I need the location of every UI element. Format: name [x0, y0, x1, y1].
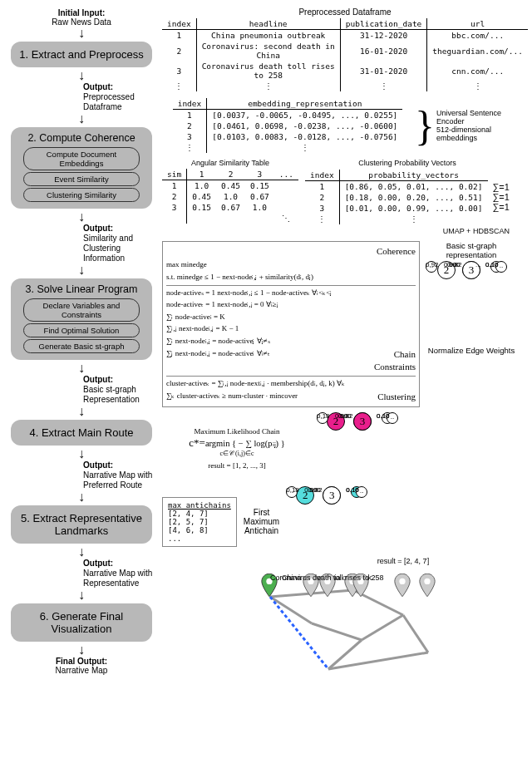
- final-visualization: China pneumonia outbreak Coronavirus dea…: [162, 574, 528, 682]
- substep: Find Optimal Solution: [23, 323, 140, 337]
- sum-label: ∑=1: [493, 192, 510, 202]
- antichain-list: max_antichains [2, 4, 7] [2, 5, 7] [4, 6…: [162, 497, 237, 547]
- antichain-graph-diagram: 1 2 ... ... 3 ... 0.90 0.10 0.18 0.82 0.…: [286, 486, 382, 557]
- svg-line-1: [270, 597, 312, 623]
- svg-point-14: [424, 579, 430, 584]
- arrow-down-icon: ↓: [7, 590, 156, 600]
- st-graph-diagram: 1 2 ... ... 3 ... 0.90 0.10 0.92 ... 0.8…: [426, 261, 517, 344]
- end-node-label: Coronavirus death toll rises to 258: [270, 574, 384, 582]
- svg-line-5: [403, 615, 428, 652]
- svg-line-4: [362, 615, 403, 640]
- initial-input-label: Initial Input:Raw News Data: [7, 8, 156, 27]
- substep: Generate Basic st-graph: [23, 339, 140, 353]
- max-likelihood-formula: Maximum Likelihood Chain c*=argmin { − ∑…: [162, 426, 312, 470]
- substep: Compute Document Embeddings: [23, 147, 140, 170]
- arrow-down-icon: ↓: [7, 28, 156, 38]
- embedding-note: Universal Sentence Encoder512-dimensiona…: [436, 109, 528, 142]
- arrow-down-icon: ↓: [7, 449, 156, 459]
- embeddings-table: indexembedding_representation 1[0.0037, …: [173, 98, 403, 153]
- arrow-down-icon: ↓: [7, 492, 156, 502]
- df-caption: Preprocessed Dataframe: [162, 7, 528, 17]
- svg-line-3: [312, 623, 362, 640]
- arrow-down-icon: ↓: [7, 71, 156, 81]
- step-1-output: Output:PreprocessedDataframe: [83, 82, 156, 112]
- sum-label: ∑=1: [493, 202, 510, 212]
- svg-point-12: [399, 579, 405, 584]
- sim-caption: Angular Similarity Table: [162, 159, 298, 167]
- arrow-down-icon: ↓: [7, 212, 156, 222]
- step-4-output: Output:Narrative Map withPreferred Route: [83, 460, 156, 490]
- step-2-output: Output:Similarity andClusteringInformati…: [83, 224, 156, 263]
- antichain-label: First Maximum Antichain: [244, 508, 279, 535]
- arrow-down-icon: ↓: [7, 265, 156, 275]
- arrow-down-icon: ↓: [7, 114, 156, 124]
- arrow-down-icon: ↓: [7, 363, 156, 373]
- clust-caption: Clustering Probability Vectors: [305, 159, 510, 167]
- substep: Event Similarity: [23, 172, 140, 186]
- step-1-box: 1. Extract and Preprocess: [11, 42, 152, 67]
- step-5-box: 5. Extract Representative Landmarks: [11, 505, 152, 544]
- brace-icon: }: [415, 105, 435, 146]
- details-column: Preprocessed Dataframe index headline pu…: [162, 7, 528, 682]
- antichain-result: result = [2, 4, 7]: [278, 557, 528, 565]
- arrow-down-icon: ↓: [7, 645, 156, 655]
- step-2-box: 2. Compute Coherence Compute Document Em…: [11, 127, 152, 209]
- sum-label: ∑=1: [493, 182, 510, 192]
- step-6-box: 6. Generate Final Visualization: [11, 603, 152, 642]
- final-output-label: Final Output:Narrative Map: [7, 657, 156, 675]
- normalize-note: Normalize Edge Weights: [423, 346, 520, 355]
- map-pin-icon: [418, 574, 436, 597]
- step-5-output: Output:Narrative Map withRepresentative: [83, 559, 156, 588]
- preprocessed-dataframe-table: index headline publication_date url 1Chi…: [162, 18, 528, 91]
- svg-line-8: [270, 597, 328, 669]
- clustering-table: indexprobability_vectors 1[0.86, 0.05, 0…: [305, 170, 487, 224]
- step-3-output: Output:Basic st-graphRepresentation: [83, 375, 156, 405]
- step-4-box: 4. Extract Main Route: [11, 420, 152, 446]
- substep: Clustering Similarity: [23, 188, 140, 202]
- arrow-down-icon: ↓: [7, 406, 156, 416]
- arrow-down-icon: ↓: [7, 547, 156, 557]
- umap-note: UMAP + HDBSCAN: [305, 227, 510, 235]
- map-pin-icon: [393, 574, 411, 597]
- similarity-table: sim123... 11.00.450.15 20.451.00.67 30.1…: [162, 169, 298, 224]
- step-3-box: 3. Solve Linear Program Declare Variable…: [11, 278, 152, 360]
- lp-formulation: Coherence max minedge s.t. minedge ≤ 1 −…: [162, 241, 420, 407]
- flowchart-column: Initial Input:Raw News Data ↓ 1. Extract…: [7, 7, 156, 677]
- substep: Declare Variables and Constraints: [23, 298, 140, 322]
- chain-graph-diagram: 1 2 ... ... 3 ... 0.90 0.10 0.18 0.82 0.…: [317, 412, 412, 483]
- stgraph-caption: Basic st-graph representation: [423, 241, 520, 259]
